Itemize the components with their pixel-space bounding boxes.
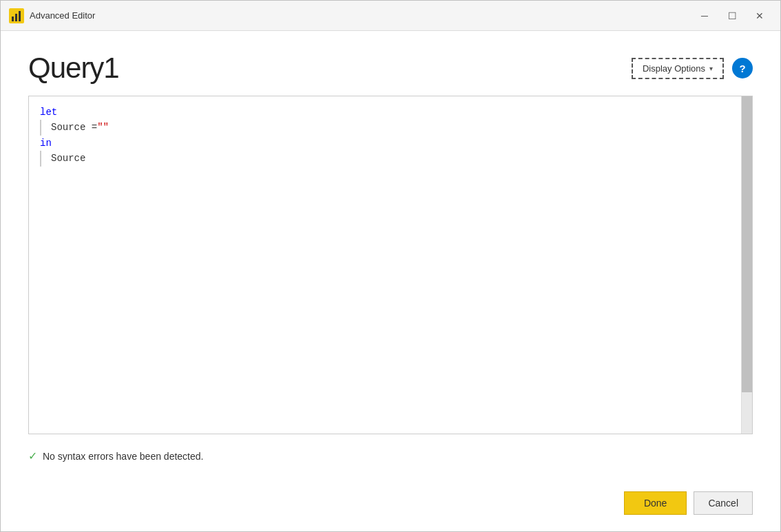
header-right: Display Options ▾ ? xyxy=(632,58,753,79)
editor-content[interactable]: let Source = "" in Source xyxy=(29,96,741,434)
keyword-in: in xyxy=(40,136,52,151)
title-bar: Advanced Editor ─ ☐ ✕ xyxy=(1,1,780,31)
gutter-4 xyxy=(40,151,45,166)
editor-container: let Source = "" in Source xyxy=(28,96,753,434)
advanced-editor-window: Advanced Editor ─ ☐ ✕ Query1 Display Opt… xyxy=(0,0,781,532)
query-title: Query1 xyxy=(28,52,119,85)
gutter-2 xyxy=(40,120,45,135)
scrollbar-thumb[interactable] xyxy=(742,96,752,392)
done-button[interactable]: Done xyxy=(624,491,687,515)
code-source-value: "" xyxy=(97,120,109,135)
status-bar: ✓ No syntax errors have been detected. xyxy=(28,445,753,467)
scrollbar-track[interactable] xyxy=(741,96,752,434)
title-bar-title: Advanced Editor xyxy=(30,10,95,21)
display-options-label: Display Options xyxy=(643,63,705,74)
help-label: ? xyxy=(739,63,745,74)
code-line-1: let xyxy=(40,105,730,120)
close-button[interactable]: ✕ xyxy=(747,6,772,25)
check-icon: ✓ xyxy=(28,449,37,462)
svg-rect-3 xyxy=(19,11,21,21)
cancel-button[interactable]: Cancel xyxy=(694,491,753,515)
code-source-assign: Source = xyxy=(51,120,97,135)
content-area: Query1 Display Options ▾ ? let xyxy=(1,31,780,480)
code-line-3: in xyxy=(40,136,730,151)
footer: Done Cancel xyxy=(1,480,780,531)
code-line-2: Source = "" xyxy=(40,120,730,135)
chevron-down-icon: ▾ xyxy=(709,65,713,72)
status-text: No syntax errors have been detected. xyxy=(43,451,203,462)
svg-rect-1 xyxy=(12,17,14,21)
keyword-let: let xyxy=(40,105,57,120)
powerbi-icon xyxy=(9,8,24,23)
display-options-button[interactable]: Display Options ▾ xyxy=(632,58,724,79)
title-bar-left: Advanced Editor xyxy=(9,8,95,23)
header-row: Query1 Display Options ▾ ? xyxy=(28,52,753,85)
svg-rect-2 xyxy=(15,14,17,21)
title-bar-controls: ─ ☐ ✕ xyxy=(692,6,772,25)
scrollbar-bottom xyxy=(742,392,752,434)
code-line-4: Source xyxy=(40,151,730,166)
code-source-ref: Source xyxy=(51,151,85,166)
help-button[interactable]: ? xyxy=(732,58,753,78)
maximize-button[interactable]: ☐ xyxy=(720,6,744,25)
minimize-button[interactable]: ─ xyxy=(692,6,717,25)
